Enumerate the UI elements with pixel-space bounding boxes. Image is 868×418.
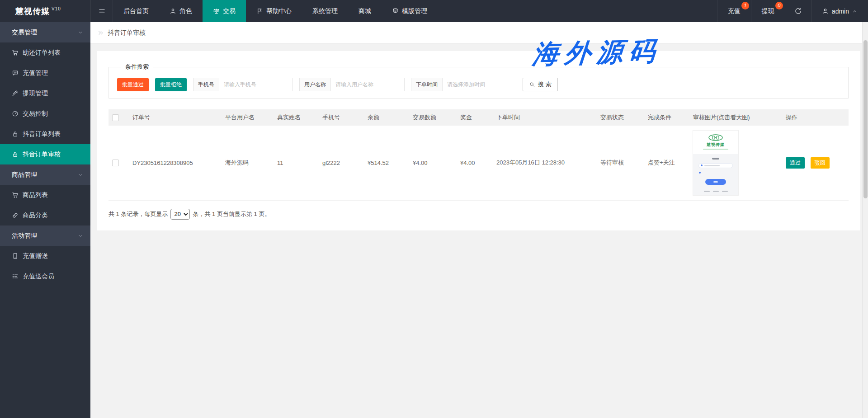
phone-input[interactable] <box>219 78 292 91</box>
col-status: 交易状态 <box>597 109 644 126</box>
nav-home[interactable]: 后台首页 <box>113 0 159 22</box>
app-root: 慧视传媒 V10 后台首页 角色 交易 帮助中心 系统管理 商城 模版管理 <box>0 0 868 418</box>
sidebar-item-recharge-gift[interactable]: 充值赠送 <box>0 246 90 266</box>
link-icon <box>12 212 19 219</box>
col-review-image: 审核图片(点击看大图) <box>689 109 782 126</box>
sidebar-item-goods-category[interactable]: 商品分类 <box>0 205 90 225</box>
user-menu[interactable]: admin <box>811 0 868 22</box>
batch-approve-button[interactable]: 批量通过 <box>117 78 149 91</box>
search-icon <box>529 81 535 88</box>
reject-button[interactable]: 驳回 <box>811 157 830 169</box>
gauge-icon <box>12 110 19 117</box>
orders-table: 订单号 平台用户名 真实姓名 手机号 余额 交易数额 奖金 下单时间 交易状态 … <box>108 109 849 201</box>
recharge-badge: 1 <box>741 2 749 9</box>
double-chevron-icon <box>98 30 104 36</box>
select-all-checkbox[interactable] <box>112 114 119 121</box>
cell-real-name: 11 <box>274 126 319 200</box>
user-icon <box>822 8 829 14</box>
phone-label: 手机号 <box>193 78 219 91</box>
filter-legend: 条件搜索 <box>121 63 153 71</box>
chevron-down-icon <box>78 172 83 178</box>
nav-template[interactable]: 模版管理 <box>382 0 438 22</box>
hamburger-icon <box>99 8 105 14</box>
sidebar-item-recharge-mgmt[interactable]: 充值管理 <box>0 63 90 83</box>
recharge-button[interactable]: 充值 1 <box>717 0 751 22</box>
withdraw-button[interactable]: 提现 0 <box>751 0 785 22</box>
pagination-prefix: 共 1 条记录，每页显示 <box>108 210 168 218</box>
search-button[interactable]: 搜 索 <box>523 78 558 91</box>
menu-toggle-button[interactable] <box>90 0 113 22</box>
refresh-button[interactable] <box>785 0 811 22</box>
sidebar-item-withdraw-mgmt[interactable]: 提现管理 <box>0 83 90 103</box>
brand-name: 慧视传媒 <box>15 6 50 17</box>
tablet-icon <box>12 253 19 259</box>
scrollbar-track[interactable] <box>862 22 868 418</box>
cell-platform-user: 海外源码 <box>222 126 274 200</box>
sidebar-item-goods-list[interactable]: 商品列表 <box>0 185 90 205</box>
review-image-thumbnail[interactable]: 慧视传媒 <box>693 131 738 195</box>
row-checkbox[interactable] <box>112 160 119 166</box>
cart-icon <box>12 49 19 56</box>
nav-trade[interactable]: 交易 <box>203 0 246 22</box>
phone-filter-group: 手机号 <box>193 78 293 91</box>
cell-order-no: DY2305161228308905 <box>129 126 222 200</box>
lock-icon <box>12 131 19 137</box>
flag-icon <box>256 8 263 14</box>
order-time-input[interactable] <box>443 78 516 91</box>
brand-logo: 慧视传媒 V10 <box>0 0 90 22</box>
brand-version: V10 <box>52 6 61 11</box>
batch-reject-button[interactable]: 批量拒绝 <box>155 78 187 91</box>
thumb-logo-icon <box>708 134 723 141</box>
username: admin <box>832 8 849 15</box>
sidebar-item-douyin-orders[interactable]: 抖音订单列表 <box>0 124 90 144</box>
message-icon <box>12 70 19 76</box>
topbar-right: 充值 1 提现 0 admin <box>717 0 868 22</box>
col-platform-user: 平台用户名 <box>222 109 274 126</box>
cell-trade-amount: ¥4.00 <box>409 126 457 200</box>
thumb-brand-text: 慧视传媒 <box>707 142 725 148</box>
nav-help-center[interactable]: 帮助中心 <box>246 0 302 22</box>
refresh-icon <box>794 7 802 15</box>
sidebar-item-douyin-review[interactable]: 抖音订单审核 <box>0 144 90 164</box>
sidebar: 交易管理 助还订单列表 充值管理 提现管理 交易控制 抖音订单列表 抖音订单审核 <box>0 22 90 418</box>
scrollbar-thumb[interactable] <box>863 40 868 198</box>
cell-bonus: ¥4.00 <box>457 126 493 200</box>
gavel-icon <box>12 90 19 97</box>
chevron-down-icon <box>78 233 83 239</box>
cell-status: 等待审核 <box>597 126 644 200</box>
order-time-label: 下单时间 <box>411 78 443 91</box>
sidebar-group-goods[interactable]: 商品管理 <box>0 164 90 185</box>
username-label: 用户名称 <box>300 78 331 91</box>
approve-button[interactable]: 通过 <box>786 157 805 169</box>
sidebar-item-assist-orders[interactable]: 助还订单列表 <box>0 42 90 63</box>
filter-fieldset: 条件搜索 批量通过 批量拒绝 手机号 用户名称 下单时间 搜 <box>108 63 849 99</box>
scales-icon <box>213 8 220 14</box>
cart-icon <box>12 192 19 198</box>
page-size-select[interactable]: 20 <box>170 209 190 220</box>
sidebar-item-recharge-vip[interactable]: 充值送会员 <box>0 266 90 286</box>
table-header-row: 订单号 平台用户名 真实姓名 手机号 余额 交易数额 奖金 下单时间 交易状态 … <box>108 109 849 126</box>
col-condition: 完成条件 <box>644 109 689 126</box>
top-bar: 慧视传媒 V10 后台首页 角色 交易 帮助中心 系统管理 商城 模版管理 <box>0 0 868 22</box>
col-bonus: 奖金 <box>457 109 493 126</box>
sidebar-item-trade-control[interactable]: 交易控制 <box>0 103 90 124</box>
cell-phone: gl2222 <box>319 126 364 200</box>
cell-order-time: 2023年05月16日 12:28:30 <box>493 126 597 200</box>
withdraw-badge: 0 <box>775 2 783 9</box>
col-real-name: 真实姓名 <box>274 109 319 126</box>
order-time-filter-group: 下单时间 <box>411 78 516 91</box>
col-order-no: 订单号 <box>129 109 222 126</box>
layers-icon <box>392 8 399 14</box>
chevron-down-icon <box>78 30 83 35</box>
username-input[interactable] <box>331 78 404 91</box>
table-row: DY2305161228308905 海外源码 11 gl2222 ¥514.5… <box>108 126 849 200</box>
cell-condition: 点赞+关注 <box>644 126 689 200</box>
username-filter-group: 用户名称 <box>299 78 405 91</box>
sidebar-group-trade[interactable]: 交易管理 <box>0 22 90 42</box>
nav-role[interactable]: 角色 <box>159 0 203 22</box>
sidebar-group-activity[interactable]: 活动管理 <box>0 225 90 246</box>
pagination-suffix: 条，共 1 页当前显示第 1 页。 <box>193 210 270 218</box>
nav-mall[interactable]: 商城 <box>348 0 382 22</box>
nav-system[interactable]: 系统管理 <box>302 0 348 22</box>
pagination: 共 1 条记录，每页显示 20 条，共 1 页当前显示第 1 页。 <box>108 209 849 220</box>
